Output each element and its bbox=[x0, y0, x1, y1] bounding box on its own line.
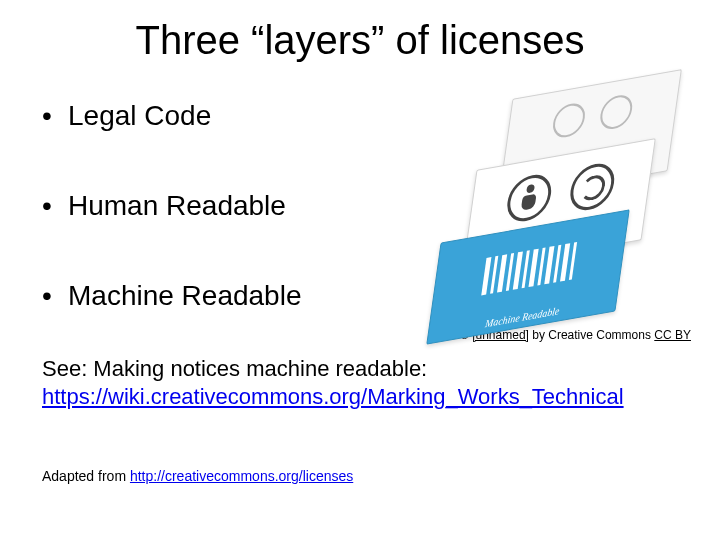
share-alike-icon bbox=[568, 160, 618, 213]
layers-illustration: Legal Code Human Readable Machine Readab… bbox=[418, 92, 676, 324]
see-link[interactable]: https://wiki.creativecommons.org/Marking… bbox=[42, 384, 624, 410]
cc-icon bbox=[551, 101, 587, 140]
panel-label-machine: Machine Readable bbox=[485, 305, 561, 330]
bullet-machine-readable: Machine Readable bbox=[42, 280, 422, 312]
adapted-prefix: Adapted from bbox=[42, 468, 130, 484]
adapted-link[interactable]: http://creativecommons.org/licenses bbox=[130, 468, 353, 484]
person-icon bbox=[504, 171, 554, 224]
by-icon bbox=[598, 93, 634, 132]
bullet-legal-code: Legal Code bbox=[42, 100, 422, 132]
attribution-mid: by Creative Commons bbox=[529, 328, 654, 342]
adapted-from: Adapted from http://creativecommons.org/… bbox=[42, 468, 353, 484]
see-label: See: Making notices machine readable: bbox=[42, 356, 427, 382]
attribution-license-link[interactable]: CC BY bbox=[654, 328, 691, 342]
panel-machine-readable: Machine Readable bbox=[426, 209, 629, 344]
slide-title: Three “layers” of licenses bbox=[0, 18, 720, 63]
bullet-human-readable: Human Readable bbox=[42, 190, 422, 222]
slide: Three “layers” of licenses Legal Code Hu… bbox=[0, 0, 720, 540]
bullet-list: Legal Code Human Readable Machine Readab… bbox=[42, 100, 422, 370]
barcode-icon bbox=[481, 242, 577, 295]
